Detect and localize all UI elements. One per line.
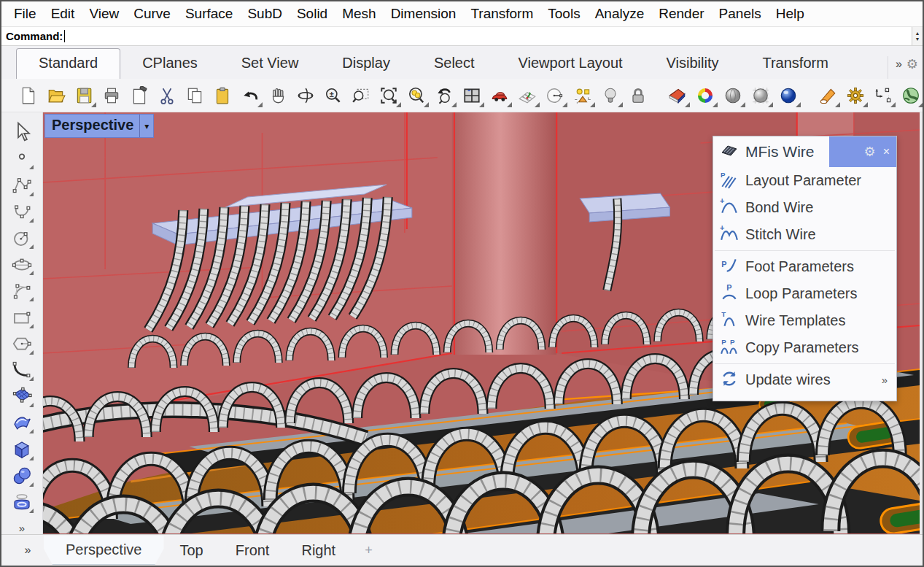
menu-tools[interactable]: Tools	[541, 4, 586, 24]
tab-viewport-layout[interactable]: Viewport Layout	[497, 49, 645, 79]
fillet-curves-icon[interactable]	[10, 359, 34, 381]
open-file-icon[interactable]	[46, 85, 66, 105]
sidebar-more-chevron[interactable]: »	[19, 522, 25, 534]
tab-overflow-chevron[interactable]: »	[896, 58, 902, 71]
undo-view-change-icon[interactable]	[434, 85, 454, 105]
cut-icon[interactable]	[157, 85, 176, 105]
mfis-item-copy-parameters[interactable]: PP Copy Parameters	[713, 334, 896, 361]
point-icon[interactable]	[10, 147, 34, 169]
select-icon[interactable]	[10, 121, 34, 143]
perspective-viewport[interactable]: Perspective ▾ MFis Wire ⚙ × P Layout Par…	[43, 112, 920, 534]
patch-surface-icon[interactable]	[10, 412, 34, 433]
zoom-dynamic-icon[interactable]: ±	[323, 85, 343, 105]
viewport-layout-icon[interactable]	[462, 85, 481, 105]
new-file-icon[interactable]	[18, 85, 38, 105]
tab-select[interactable]: Select	[412, 49, 497, 79]
tab-gear-icon[interactable]: ⚙	[906, 56, 918, 72]
undo-icon[interactable]	[240, 85, 260, 105]
spinner-down-icon[interactable]: ▼	[915, 36, 920, 42]
menu-view[interactable]: View	[82, 4, 125, 24]
mfis-gear-icon[interactable]: ⚙	[864, 144, 876, 160]
menu-analyze[interactable]: Analyze	[589, 4, 651, 24]
polygon-icon[interactable]	[10, 333, 34, 355]
zoom-extents-icon[interactable]	[378, 85, 398, 105]
tab-transform[interactable]: Transform	[740, 49, 850, 79]
ghosted-viewport-icon[interactable]	[750, 85, 770, 105]
lock-icon[interactable]	[628, 85, 648, 105]
menu-subd[interactable]: SubD	[241, 4, 289, 24]
tab-cplanes[interactable]: CPlanes	[120, 49, 220, 79]
menu-help[interactable]: Help	[769, 4, 811, 24]
named-views-icon[interactable]	[489, 85, 509, 105]
viewport-tab-right[interactable]: Right	[285, 538, 352, 563]
menu-mesh[interactable]: Mesh	[335, 4, 382, 24]
svg-text:P: P	[730, 337, 735, 345]
menu-panels[interactable]: Panels	[713, 4, 768, 24]
mfis-item-layout-parameter[interactable]: P Layout Parameter	[713, 167, 896, 194]
command-history-spinner[interactable]: ▲ ▼	[912, 27, 923, 45]
object-snap-icon[interactable]	[572, 85, 592, 105]
circle-icon[interactable]	[10, 227, 34, 249]
save-file-icon[interactable]	[74, 85, 93, 105]
tab-display[interactable]: Display	[320, 49, 412, 79]
mfis-item-loop-parameters[interactable]: P Loop Parameters	[713, 280, 896, 307]
tab-visibility[interactable]: Visibility	[645, 49, 741, 79]
ellipse-icon[interactable]	[10, 253, 34, 275]
lights-icon[interactable]	[600, 85, 620, 105]
menu-render[interactable]: Render	[652, 4, 710, 24]
analyze-surface-icon[interactable]	[667, 85, 687, 105]
surface-from-cv-icon[interactable]	[10, 385, 34, 407]
box-icon[interactable]	[10, 438, 34, 460]
menu-edit[interactable]: Edit	[44, 4, 82, 24]
color-wheel-icon[interactable]	[695, 85, 715, 105]
mfis-panel-header[interactable]: MFis Wire ⚙ ×	[713, 136, 896, 167]
zoom-selected-icon[interactable]	[406, 85, 426, 105]
paste-icon[interactable]	[212, 85, 232, 105]
pan-icon[interactable]	[268, 85, 287, 105]
print-icon[interactable]	[101, 85, 121, 105]
curve-interpolate-icon[interactable]	[10, 201, 34, 223]
sidebar-overflow-chevron[interactable]: »	[12, 544, 44, 557]
tab-set-view[interactable]: Set View	[220, 49, 321, 79]
mfis-item-foot-parameters[interactable]: P Foot Parameters	[713, 253, 896, 280]
dimension-icon[interactable]	[873, 85, 893, 105]
rectangle-icon[interactable]	[10, 306, 34, 328]
rendered-viewport-icon[interactable]	[778, 85, 798, 105]
menu-transform[interactable]: Transform	[464, 4, 540, 24]
sphere-icon[interactable]	[10, 465, 34, 487]
menu-solid[interactable]: Solid	[290, 4, 334, 24]
menu-dimension[interactable]: Dimension	[384, 4, 463, 24]
menu-curve[interactable]: Curve	[127, 4, 177, 24]
delete-page-icon[interactable]	[129, 85, 149, 105]
mfis-item-update-wires[interactable]: Update wires »	[713, 366, 896, 393]
menu-surface[interactable]: Surface	[179, 4, 239, 24]
arc-icon[interactable]	[10, 279, 34, 301]
mfis-item-bond-wire[interactable]: + Bond Wire	[713, 194, 896, 221]
copy-icon[interactable]	[185, 85, 204, 105]
viewport-title[interactable]: Perspective ▾	[44, 114, 154, 138]
spinner-up-icon[interactable]: ▲	[915, 31, 920, 36]
mfis-item-wire-templates[interactable]: T Wire Templates	[713, 307, 896, 334]
zoom-window-icon[interactable]	[351, 85, 370, 105]
revolved-surface-icon[interactable]	[10, 491, 34, 513]
mfis-close-icon[interactable]: ×	[883, 145, 890, 158]
spotlight-icon[interactable]	[818, 85, 837, 105]
shaded-viewport-icon[interactable]	[723, 85, 742, 105]
viewport-tab-front[interactable]: Front	[220, 538, 286, 563]
options-icon[interactable]	[845, 85, 865, 105]
control-point-curve-icon[interactable]	[10, 174, 34, 196]
rotate-cplane-icon[interactable]	[545, 85, 564, 105]
menu-file[interactable]: File	[7, 4, 43, 24]
svg-text:P: P	[721, 170, 726, 178]
viewport-tab-top[interactable]: Top	[164, 538, 220, 563]
rotate-view-icon[interactable]	[295, 85, 315, 105]
viewport-tab-perspective[interactable]: Perspective	[44, 536, 164, 565]
command-bar[interactable]: Command: ▲ ▼	[1, 27, 923, 46]
viewport-title-dropdown-icon[interactable]: ▾	[139, 115, 153, 137]
mfis-item-stitch-wire[interactable]: + Stitch Wire	[713, 221, 896, 248]
cplane-icon[interactable]	[517, 85, 537, 105]
earth-anchor-icon[interactable]	[901, 85, 920, 105]
mfis-update-chevron[interactable]: »	[882, 374, 896, 386]
add-viewport-icon[interactable]: +	[365, 543, 373, 558]
tab-standard[interactable]: Standard	[16, 48, 120, 79]
